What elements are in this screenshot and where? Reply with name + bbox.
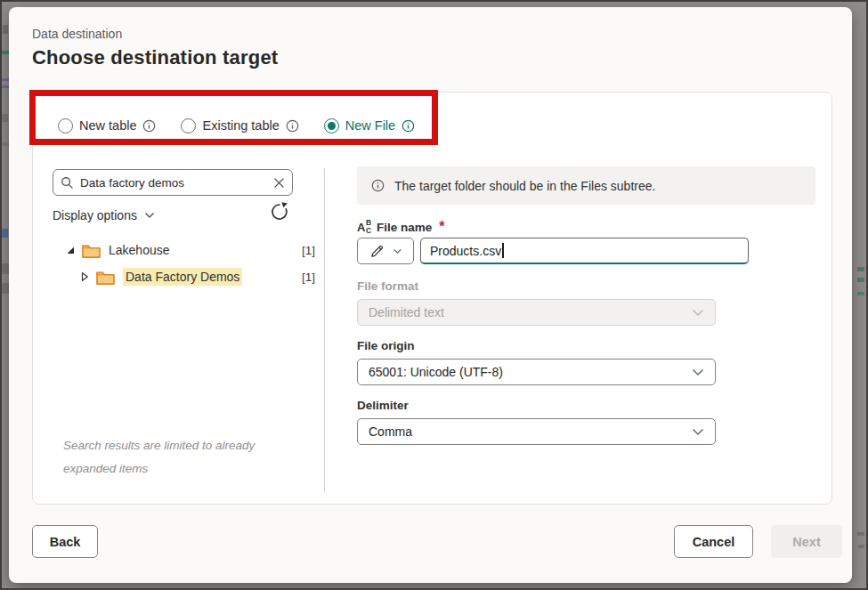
delimiter-value: Comma [369, 424, 412, 439]
tree-row-lakehouse[interactable]: Lakehouse [1] [65, 238, 170, 262]
panel-divider [324, 168, 325, 492]
search-icon [61, 176, 74, 190]
files-subtree-banner: The target folder should be in the Files… [357, 166, 815, 205]
search-limit-note: Search results are limited to already ex… [63, 434, 295, 481]
tree-item-count: [1] [302, 271, 315, 284]
search-value[interactable]: Data factory demos [80, 176, 267, 190]
radio-label: Existing table [202, 118, 279, 133]
expanded-twistie-icon[interactable] [65, 245, 76, 255]
chevron-down-icon [692, 428, 704, 436]
file-origin-value: 65001: Unicode (UTF-8) [369, 365, 503, 379]
delimiter-label: Delimiter [357, 399, 409, 412]
next-button-label: Next [792, 535, 820, 549]
chevron-down-icon [692, 368, 704, 376]
clear-search-icon[interactable] [273, 177, 285, 189]
file-origin-label: File origin [357, 339, 415, 352]
cancel-button[interactable]: Cancel [674, 525, 753, 558]
radio-label: New table [79, 118, 136, 133]
file-format-value: Delimited text [369, 305, 444, 319]
radio-new-table[interactable]: New table [58, 118, 156, 133]
file-format-label-row: File format [357, 279, 418, 293]
info-icon[interactable] [286, 119, 299, 133]
chevron-down-icon [692, 309, 704, 317]
file-format-label: File format [357, 279, 418, 293]
refresh-icon [269, 201, 290, 222]
tree-row-data-factory-demos[interactable]: Data Factory Demos [1] [79, 265, 242, 288]
radio-circle-icon[interactable] [58, 118, 73, 133]
delimiter-label-row: Delimiter [357, 399, 409, 412]
back-button[interactable]: Back [32, 525, 98, 558]
back-button-label: Back [50, 535, 81, 549]
info-icon [371, 179, 385, 192]
destination-type-radio-group: New table Existing table New File [58, 114, 431, 137]
delimiter-dropdown[interactable]: Comma [357, 418, 716, 445]
info-icon[interactable] [402, 119, 415, 133]
cancel-button-label: Cancel [693, 535, 735, 549]
search-input[interactable]: Data factory demos [53, 169, 293, 196]
chevron-down-icon [393, 248, 402, 255]
file-format-dropdown: Delimited text [357, 299, 716, 326]
text-caret [502, 243, 503, 258]
collapsed-twistie-icon[interactable] [79, 271, 90, 282]
page-title: Choose destination target [32, 46, 278, 69]
info-icon[interactable] [142, 119, 156, 133]
file-origin-label-row: File origin [357, 339, 415, 352]
data-destination-dialog: Data destination Choose destination targ… [9, 7, 852, 583]
folder-icon [95, 269, 116, 286]
radio-circle-icon[interactable] [181, 118, 196, 133]
tree-item-count: [1] [302, 244, 315, 257]
file-name-value: Products.csv [430, 244, 501, 258]
folder-icon [81, 242, 101, 259]
required-asterisk: * [439, 219, 444, 235]
name-edit-mode-dropdown[interactable] [357, 238, 414, 264]
radio-existing-table[interactable]: Existing table [181, 118, 298, 133]
radio-new-file[interactable]: New File [324, 118, 415, 133]
file-name-label-row: ABC File name * [357, 219, 445, 235]
destination-target-panel: New table Existing table New File [32, 92, 832, 505]
tree-item-label[interactable]: Lakehouse [109, 243, 170, 257]
pencil-icon [369, 244, 385, 259]
dialog-eyebrow: Data destination [32, 27, 122, 41]
chevron-down-icon [144, 212, 155, 219]
tree-item-label-selected[interactable]: Data Factory Demos [123, 268, 242, 286]
radio-circle-icon[interactable] [324, 118, 339, 133]
display-options-label: Display options [53, 208, 137, 222]
radio-label: New File [345, 118, 395, 133]
file-name-label: File name [377, 221, 432, 234]
note-line-2: expanded items [63, 457, 295, 481]
banner-text: The target folder should be in the Files… [394, 179, 655, 193]
next-button[interactable]: Next [771, 525, 842, 558]
note-line-1: Search results are limited to already [63, 434, 295, 457]
text-type-abc-icon: ABC [357, 219, 371, 235]
file-origin-dropdown[interactable]: 65001: Unicode (UTF-8) [357, 359, 716, 385]
file-name-input[interactable]: Products.csv [420, 238, 749, 264]
display-options-menu[interactable]: Display options [53, 208, 155, 222]
refresh-button[interactable] [269, 201, 290, 222]
